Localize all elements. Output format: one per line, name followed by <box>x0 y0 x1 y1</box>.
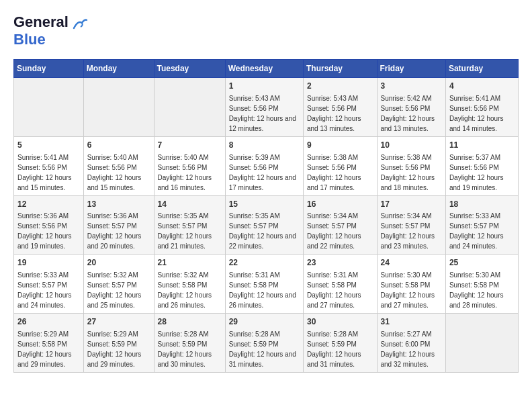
day-number: 13 <box>87 199 150 210</box>
weekday-header-saturday: Saturday <box>445 60 518 78</box>
day-number: 26 <box>17 316 80 328</box>
cell-info: Sunrise: 5:40 AMSunset: 5:56 PMDaylight:… <box>158 154 212 191</box>
calendar-cell <box>154 78 225 137</box>
cell-info: Sunrise: 5:40 AMSunset: 5:56 PMDaylight:… <box>87 154 142 191</box>
day-number: 17 <box>381 199 442 210</box>
calendar-cell: 16Sunrise: 5:34 AMSunset: 5:57 PMDayligh… <box>303 195 377 255</box>
calendar-week-row: 12Sunrise: 5:36 AMSunset: 5:56 PMDayligh… <box>14 195 519 255</box>
day-number: 31 <box>381 316 442 328</box>
logo: General Blue <box>13 13 87 48</box>
day-number: 10 <box>381 140 442 151</box>
cell-info: Sunrise: 5:29 AMSunset: 5:58 PMDaylight:… <box>17 330 72 368</box>
cell-info: Sunrise: 5:38 AMSunset: 5:56 PMDaylight:… <box>307 154 361 191</box>
weekday-header-sunday: Sunday <box>14 60 84 78</box>
calendar-cell: 11Sunrise: 5:37 AMSunset: 5:56 PMDayligh… <box>445 136 518 195</box>
cell-info: Sunrise: 5:43 AMSunset: 5:56 PMDaylight:… <box>307 95 361 132</box>
logo-bird-icon <box>73 19 87 30</box>
cell-info: Sunrise: 5:31 AMSunset: 5:58 PMDaylight:… <box>307 271 361 309</box>
cell-info: Sunrise: 5:38 AMSunset: 5:56 PMDaylight:… <box>381 154 435 191</box>
calendar-cell: 21Sunrise: 5:32 AMSunset: 5:58 PMDayligh… <box>154 255 225 314</box>
calendar-cell: 28Sunrise: 5:28 AMSunset: 5:59 PMDayligh… <box>154 314 225 373</box>
day-number: 9 <box>307 140 373 151</box>
cell-info: Sunrise: 5:35 AMSunset: 5:57 PMDaylight:… <box>229 212 296 250</box>
day-number: 1 <box>229 81 300 92</box>
logo-general: General <box>13 13 69 30</box>
cell-info: Sunrise: 5:28 AMSunset: 5:59 PMDaylight:… <box>307 330 361 368</box>
cell-info: Sunrise: 5:30 AMSunset: 5:58 PMDaylight:… <box>449 271 504 309</box>
calendar-cell: 13Sunrise: 5:36 AMSunset: 5:57 PMDayligh… <box>83 195 154 255</box>
calendar-week-row: 19Sunrise: 5:33 AMSunset: 5:57 PMDayligh… <box>14 255 519 314</box>
calendar-table: SundayMondayTuesdayWednesdayThursdayFrid… <box>13 59 519 373</box>
calendar-cell: 29Sunrise: 5:28 AMSunset: 5:59 PMDayligh… <box>225 314 303 373</box>
calendar-cell: 23Sunrise: 5:31 AMSunset: 5:58 PMDayligh… <box>303 255 377 314</box>
calendar-cell <box>445 314 518 373</box>
cell-info: Sunrise: 5:32 AMSunset: 5:57 PMDaylight:… <box>87 271 142 309</box>
weekday-header-monday: Monday <box>83 60 154 78</box>
cell-info: Sunrise: 5:30 AMSunset: 5:58 PMDaylight:… <box>381 271 435 309</box>
weekday-header-wednesday: Wednesday <box>225 60 303 78</box>
day-number: 27 <box>87 316 150 328</box>
day-number: 28 <box>158 316 222 328</box>
calendar-cell: 1Sunrise: 5:43 AMSunset: 5:56 PMDaylight… <box>225 78 303 137</box>
calendar-cell: 6Sunrise: 5:40 AMSunset: 5:56 PMDaylight… <box>83 136 154 195</box>
calendar-week-row: 26Sunrise: 5:29 AMSunset: 5:58 PMDayligh… <box>14 314 519 373</box>
day-number: 7 <box>158 140 222 151</box>
day-number: 24 <box>381 257 442 269</box>
cell-info: Sunrise: 5:36 AMSunset: 5:57 PMDaylight:… <box>87 212 142 250</box>
cell-info: Sunrise: 5:32 AMSunset: 5:58 PMDaylight:… <box>158 271 212 309</box>
day-number: 6 <box>87 140 150 151</box>
weekday-header-tuesday: Tuesday <box>154 60 225 78</box>
calendar-cell: 3Sunrise: 5:42 AMSunset: 5:56 PMDaylight… <box>377 78 445 137</box>
calendar-cell: 10Sunrise: 5:38 AMSunset: 5:56 PMDayligh… <box>377 136 445 195</box>
day-number: 20 <box>87 257 150 269</box>
day-number: 5 <box>17 140 80 151</box>
day-number: 22 <box>229 257 300 269</box>
day-number: 3 <box>381 81 442 92</box>
cell-info: Sunrise: 5:39 AMSunset: 5:56 PMDaylight:… <box>229 154 296 191</box>
day-number: 19 <box>17 257 80 269</box>
cell-info: Sunrise: 5:41 AMSunset: 5:56 PMDaylight:… <box>17 154 72 191</box>
day-number: 29 <box>229 316 300 328</box>
cell-info: Sunrise: 5:28 AMSunset: 5:59 PMDaylight:… <box>158 330 212 368</box>
weekday-header-row: SundayMondayTuesdayWednesdayThursdayFrid… <box>14 60 519 78</box>
day-number: 30 <box>307 316 373 328</box>
day-number: 4 <box>449 81 515 92</box>
cell-info: Sunrise: 5:27 AMSunset: 6:00 PMDaylight:… <box>381 330 435 368</box>
cell-info: Sunrise: 5:28 AMSunset: 5:59 PMDaylight:… <box>229 330 296 368</box>
day-number: 14 <box>158 199 222 210</box>
calendar-cell: 31Sunrise: 5:27 AMSunset: 6:00 PMDayligh… <box>377 314 445 373</box>
calendar-cell: 24Sunrise: 5:30 AMSunset: 5:58 PMDayligh… <box>377 255 445 314</box>
day-number: 8 <box>229 140 300 151</box>
cell-info: Sunrise: 5:41 AMSunset: 5:56 PMDaylight:… <box>449 95 504 132</box>
day-number: 18 <box>449 199 515 210</box>
cell-info: Sunrise: 5:36 AMSunset: 5:56 PMDaylight:… <box>17 212 72 250</box>
page-header: General Blue <box>13 13 519 48</box>
calendar-cell: 4Sunrise: 5:41 AMSunset: 5:56 PMDaylight… <box>445 78 518 137</box>
calendar-cell: 22Sunrise: 5:31 AMSunset: 5:58 PMDayligh… <box>225 255 303 314</box>
cell-info: Sunrise: 5:35 AMSunset: 5:57 PMDaylight:… <box>158 212 212 250</box>
calendar-cell <box>14 78 84 137</box>
day-number: 23 <box>307 257 373 269</box>
day-number: 12 <box>17 199 80 210</box>
day-number: 2 <box>307 81 373 92</box>
day-number: 15 <box>229 199 300 210</box>
calendar-cell: 19Sunrise: 5:33 AMSunset: 5:57 PMDayligh… <box>14 255 84 314</box>
calendar-cell: 20Sunrise: 5:32 AMSunset: 5:57 PMDayligh… <box>83 255 154 314</box>
calendar-cell: 7Sunrise: 5:40 AMSunset: 5:56 PMDaylight… <box>154 136 225 195</box>
cell-info: Sunrise: 5:33 AMSunset: 5:57 PMDaylight:… <box>449 212 504 250</box>
cell-info: Sunrise: 5:34 AMSunset: 5:57 PMDaylight:… <box>381 212 435 250</box>
cell-info: Sunrise: 5:43 AMSunset: 5:56 PMDaylight:… <box>229 95 296 132</box>
calendar-cell: 2Sunrise: 5:43 AMSunset: 5:56 PMDaylight… <box>303 78 377 137</box>
weekday-header-friday: Friday <box>377 60 445 78</box>
calendar-cell: 14Sunrise: 5:35 AMSunset: 5:57 PMDayligh… <box>154 195 225 255</box>
calendar-cell: 27Sunrise: 5:29 AMSunset: 5:59 PMDayligh… <box>83 314 154 373</box>
cell-info: Sunrise: 5:34 AMSunset: 5:57 PMDaylight:… <box>307 212 361 250</box>
day-number: 16 <box>307 199 373 210</box>
calendar-cell: 9Sunrise: 5:38 AMSunset: 5:56 PMDaylight… <box>303 136 377 195</box>
cell-info: Sunrise: 5:31 AMSunset: 5:58 PMDaylight:… <box>229 271 296 309</box>
calendar-cell: 30Sunrise: 5:28 AMSunset: 5:59 PMDayligh… <box>303 314 377 373</box>
calendar-cell: 5Sunrise: 5:41 AMSunset: 5:56 PMDaylight… <box>14 136 84 195</box>
calendar-week-row: 5Sunrise: 5:41 AMSunset: 5:56 PMDaylight… <box>14 136 519 195</box>
day-number: 21 <box>158 257 222 269</box>
calendar-cell: 15Sunrise: 5:35 AMSunset: 5:57 PMDayligh… <box>225 195 303 255</box>
